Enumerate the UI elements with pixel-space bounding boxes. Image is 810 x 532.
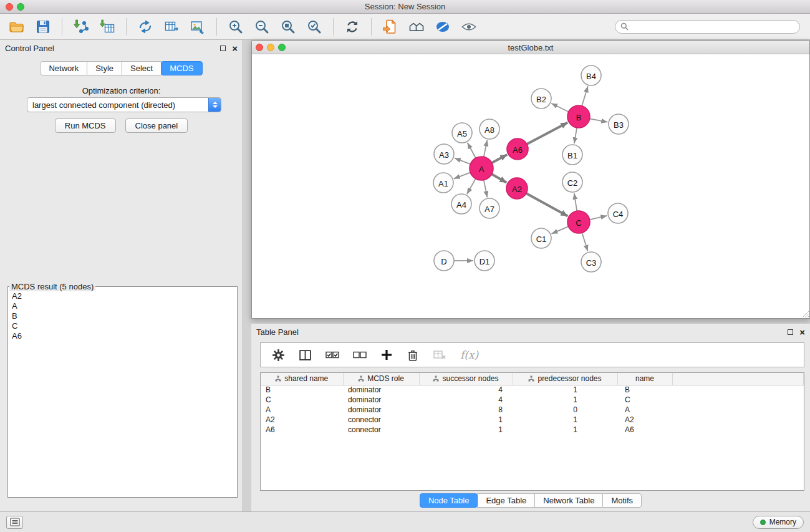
network-node[interactable]: A6 xyxy=(507,138,528,160)
tab-mcds[interactable]: MCDS xyxy=(161,61,202,75)
column-header[interactable]: predecessor nodes xyxy=(513,373,617,385)
network-edge[interactable] xyxy=(455,158,471,164)
table-row[interactable]: A6connector11A6 xyxy=(261,425,804,435)
tab-select[interactable]: Select xyxy=(122,61,162,75)
mcds-result-item[interactable]: A xyxy=(8,301,237,311)
zoom-selected-button[interactable] xyxy=(301,16,327,38)
network-edge[interactable] xyxy=(484,140,488,157)
column-header[interactable]: shared name xyxy=(261,373,343,385)
memory-button[interactable]: Memory xyxy=(753,516,804,529)
float-panel-icon[interactable] xyxy=(788,329,793,335)
task-history-button[interactable] xyxy=(6,516,23,529)
network-node[interactable]: A7 xyxy=(480,198,499,218)
network-edge[interactable] xyxy=(582,233,587,251)
network-node[interactable]: C xyxy=(567,211,590,233)
network-node[interactable]: B xyxy=(567,105,590,128)
new-network-button[interactable] xyxy=(132,16,158,38)
resize-grip[interactable] xyxy=(801,309,809,317)
network-edge[interactable] xyxy=(590,216,607,220)
network-node[interactable]: A4 xyxy=(451,194,471,214)
network-edge[interactable] xyxy=(552,226,569,234)
tab-style[interactable]: Style xyxy=(87,61,122,75)
import-network-button[interactable] xyxy=(68,16,94,38)
mcds-result-item[interactable]: A2 xyxy=(8,291,237,301)
table-row[interactable]: Cdominator41C xyxy=(261,395,804,405)
add-column-button[interactable] xyxy=(380,349,393,361)
search-input[interactable] xyxy=(632,22,794,31)
network-node[interactable]: D xyxy=(434,251,454,271)
network-node[interactable]: C3 xyxy=(581,252,601,272)
network-node[interactable]: A2 xyxy=(506,178,528,199)
import-table-button[interactable] xyxy=(94,16,120,38)
network-edge[interactable] xyxy=(454,173,470,179)
network-node[interactable]: A8 xyxy=(480,119,499,139)
table-row[interactable]: Adominator80A xyxy=(261,405,804,415)
network-edge[interactable] xyxy=(574,193,577,211)
export-image-button[interactable] xyxy=(185,16,211,38)
column-header[interactable]: name xyxy=(617,373,672,385)
table-row[interactable]: Bdominator41B xyxy=(261,385,804,395)
network-window-titlebar[interactable]: testGlobe.txt xyxy=(252,41,809,54)
close-panel-button[interactable]: Close panel xyxy=(125,118,188,133)
network-edge[interactable] xyxy=(574,128,577,143)
network-edge[interactable] xyxy=(590,118,608,122)
zoom-out-button[interactable] xyxy=(249,16,275,38)
tab-motifs[interactable]: Motifs xyxy=(602,493,642,508)
network-node[interactable]: B4 xyxy=(581,65,601,85)
zoom-in-button[interactable] xyxy=(223,16,249,38)
network-node[interactable]: B3 xyxy=(609,114,629,134)
network-edge[interactable] xyxy=(527,122,567,144)
table-row[interactable]: A2connector11A2 xyxy=(261,415,804,425)
tab-network[interactable]: Network xyxy=(40,61,87,75)
graphics-details-button[interactable] xyxy=(430,16,456,38)
open-session-button[interactable] xyxy=(4,16,30,38)
column-header[interactable]: MCDS role xyxy=(343,373,419,385)
show-hide-button[interactable] xyxy=(456,16,482,38)
network-node[interactable]: C2 xyxy=(562,172,582,192)
mcds-result-item[interactable]: A6 xyxy=(8,331,237,341)
network-node[interactable]: A xyxy=(470,157,493,180)
delete-table-button[interactable] xyxy=(433,349,446,361)
network-node[interactable]: B1 xyxy=(562,145,582,165)
mcds-result-item[interactable]: C xyxy=(8,321,237,331)
close-panel-icon[interactable]: × xyxy=(232,44,238,53)
float-panel-icon[interactable] xyxy=(220,46,226,51)
network-node[interactable]: A5 xyxy=(452,123,472,143)
run-mcds-button[interactable]: Run MCDS xyxy=(55,118,116,133)
save-session-button[interactable] xyxy=(30,16,56,38)
apply-layout-button[interactable] xyxy=(339,16,365,38)
tab-network-table[interactable]: Network Table xyxy=(534,493,603,508)
delete-column-button[interactable] xyxy=(407,349,419,362)
show-columns-button[interactable] xyxy=(299,349,312,362)
list-icon xyxy=(10,517,20,527)
network-node[interactable]: A1 xyxy=(433,173,453,193)
tab-edge-table[interactable]: Edge Table xyxy=(477,493,535,508)
network-edge[interactable] xyxy=(551,104,569,112)
deselect-all-button[interactable] xyxy=(353,349,367,361)
network-node[interactable]: D1 xyxy=(475,251,494,271)
home-button[interactable] xyxy=(403,16,430,38)
zoom-fit-button[interactable] xyxy=(275,16,301,38)
network-node[interactable]: C4 xyxy=(608,203,628,223)
network-node[interactable]: C1 xyxy=(531,228,551,248)
network-edge[interactable] xyxy=(582,86,588,106)
close-panel-icon[interactable]: × xyxy=(799,327,805,337)
table-settings-button[interactable] xyxy=(272,349,285,362)
network-edge[interactable] xyxy=(526,193,568,216)
network-edge[interactable] xyxy=(492,155,507,163)
criterion-dropdown[interactable]: largest connected component (directed) xyxy=(27,97,221,112)
new-table-button[interactable] xyxy=(158,16,185,38)
network-edge[interactable] xyxy=(484,180,488,198)
column-header[interactable]: successor nodes xyxy=(419,373,513,385)
network-edge[interactable] xyxy=(468,143,476,158)
network-edge[interactable] xyxy=(492,174,507,182)
select-all-button[interactable] xyxy=(325,349,339,361)
tab-node-table[interactable]: Node Table xyxy=(420,493,478,508)
mcds-result-item[interactable]: B xyxy=(8,311,237,321)
network-node[interactable]: B2 xyxy=(531,89,551,109)
function-builder-button[interactable]: f(x) xyxy=(460,349,478,361)
open-recent-button[interactable] xyxy=(377,16,403,38)
network-node[interactable]: A3 xyxy=(434,144,454,164)
network-edge[interactable] xyxy=(467,179,476,195)
network-canvas[interactable]: AA6A2BCA5A8A3A1A4A7B2B4B3B1C2C4C1C3DD1 xyxy=(252,54,809,318)
